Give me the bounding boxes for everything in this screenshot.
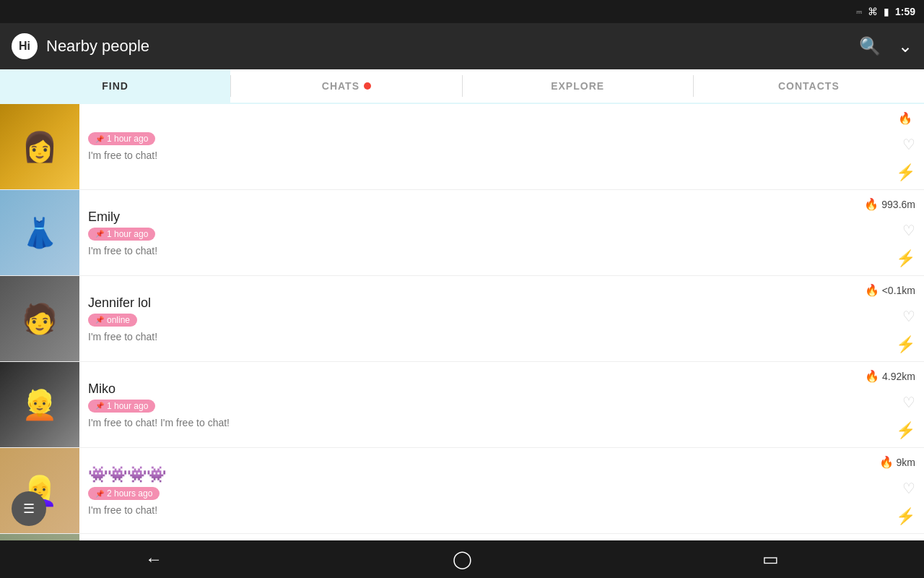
list-item[interactable]: 👩 📌 1 hour ago I'm free to chat! 🔥 ♡ ⚡: [0, 104, 924, 190]
bolt-icon[interactable]: ⚡: [896, 421, 915, 440]
bolt-icon[interactable]: ⚡: [896, 163, 915, 182]
heart-icon[interactable]: ♡: [902, 308, 915, 325]
distance: 🔥: [898, 111, 915, 125]
person-info: King: [79, 534, 837, 540]
tab-find[interactable]: FIND: [0, 69, 230, 103]
bolt-icon[interactable]: ⚡: [896, 507, 915, 526]
distance: 🔥 993.6m: [864, 197, 915, 211]
person-status: I'm free to chat!: [88, 504, 829, 516]
heart-icon[interactable]: ♡: [902, 222, 915, 239]
tab-contacts[interactable]: CONTACTS: [694, 69, 924, 103]
bolt-icon[interactable]: ⚡: [896, 249, 915, 268]
person-right: 🔥 0.92km: [837, 534, 924, 540]
person-name: Miko: [88, 381, 829, 397]
people-list: 👩 📌 1 hour ago I'm free to chat! 🔥 ♡ ⚡ 👗…: [0, 104, 924, 540]
fire-icon: 🔥: [865, 369, 879, 383]
list-item[interactable]: 👱 Miko 📌 1 hour ago I'm free to chat! I'…: [0, 362, 924, 448]
back-button[interactable]: ←: [131, 543, 177, 575]
pin-icon: 📌: [95, 402, 104, 410]
wifi-icon: ⌘: [868, 6, 878, 17]
fab-menu[interactable]: ☰: [12, 491, 46, 526]
app-title: Nearby people: [46, 37, 149, 56]
time-badge: 📌 1 hour ago: [88, 132, 155, 145]
person-info: Miko 📌 1 hour ago I'm free to chat! I'm …: [79, 362, 837, 447]
online-badge: 📌 online: [88, 314, 137, 327]
list-item[interactable]: 👱‍♀️ 👾👾👾👾 📌 2 hours ago I'm free to chat…: [0, 448, 924, 534]
fire-icon: 🔥: [879, 455, 894, 469]
list-item[interactable]: 👗 Emily 📌 1 hour ago I'm free to chat! 🔥…: [0, 190, 924, 276]
search-icon[interactable]: 🔍: [859, 36, 881, 56]
avatar: 👩: [0, 104, 79, 189]
pin-icon: 📌: [95, 230, 104, 238]
fire-icon: 🔥: [864, 197, 879, 211]
fire-icon: 🔥: [898, 111, 912, 125]
heart-icon[interactable]: ♡: [902, 480, 915, 497]
bolt-icon[interactable]: ⚡: [896, 335, 915, 354]
distance: 🔥 4.92km: [865, 369, 915, 383]
person-name: Jennifer lol: [88, 296, 829, 311]
person-status: I'm free to chat!: [88, 331, 829, 342]
app-logo: Hi: [12, 33, 38, 59]
tab-explore[interactable]: EXPLORE: [463, 69, 693, 103]
person-right: 🔥 993.6m ♡ ⚡: [837, 190, 924, 275]
list-item[interactable]: 🧑 Jennifer lol 📌 online I'm free to chat…: [0, 276, 924, 362]
dropdown-icon[interactable]: ⌄: [898, 36, 912, 56]
battery-icon: ▮: [884, 6, 889, 17]
person-status: I'm free to chat!: [88, 245, 829, 256]
person-info: Emily 📌 1 hour ago I'm free to chat!: [79, 190, 837, 275]
person-right: 🔥 ♡ ⚡: [837, 104, 924, 189]
app-bar-right: 🔍 ⌄: [859, 36, 912, 56]
person-info: 👾👾👾👾 📌 2 hours ago I'm free to chat!: [79, 448, 837, 533]
avatar: 🧑: [0, 534, 79, 540]
person-right: 🔥 9km ♡ ⚡: [837, 448, 924, 533]
bluetooth-icon: ⎓: [856, 6, 862, 17]
heart-icon[interactable]: ♡: [902, 136, 915, 153]
heart-icon[interactable]: ♡: [902, 394, 915, 411]
chats-badge: [364, 82, 371, 90]
home-button[interactable]: ◯: [438, 543, 487, 575]
list-item[interactable]: 🧑 King 🔥 0.92km: [0, 534, 924, 540]
person-status: I'm free to chat! I'm free to chat!: [88, 417, 829, 428]
time-badge: 📌 1 hour ago: [88, 400, 155, 413]
person-info: 📌 1 hour ago I'm free to chat!: [79, 104, 837, 189]
recents-button[interactable]: ▭: [748, 543, 793, 575]
status-bar: ⎓ ⌘ ▮ 1:59: [0, 0, 924, 23]
app-bar: Hi Nearby people 🔍 ⌄: [0, 23, 924, 69]
pin-icon: 📌: [95, 490, 104, 498]
avatar: 👗: [0, 190, 79, 275]
person-status: I'm free to chat!: [88, 150, 829, 161]
person-name: 👾👾👾👾: [88, 465, 829, 484]
time-badge: 📌 1 hour ago: [88, 228, 155, 241]
bottom-nav: ← ◯ ▭: [0, 540, 924, 578]
person-right: 🔥 4.92km ♡ ⚡: [837, 362, 924, 447]
tab-chats[interactable]: CHATS: [231, 69, 461, 103]
tabs: FIND CHATS EXPLORE CONTACTS: [0, 69, 924, 104]
person-name: Emily: [88, 210, 829, 225]
distance: 🔥 9km: [879, 455, 915, 469]
person-right: 🔥 <0.1km ♡ ⚡: [837, 276, 924, 361]
distance: 🔥 <0.1km: [865, 283, 915, 297]
status-time: 1:59: [895, 6, 915, 17]
avatar: 🧑: [0, 276, 79, 361]
person-info: Jennifer lol 📌 online I'm free to chat!: [79, 276, 837, 361]
avatar: 👱: [0, 362, 79, 447]
time-badge: 📌 2 hours ago: [88, 487, 160, 500]
fire-icon: 🔥: [865, 283, 879, 297]
app-bar-left: Hi Nearby people: [12, 33, 149, 59]
pin-icon: 📌: [95, 316, 104, 324]
pin-icon: 📌: [95, 135, 104, 143]
